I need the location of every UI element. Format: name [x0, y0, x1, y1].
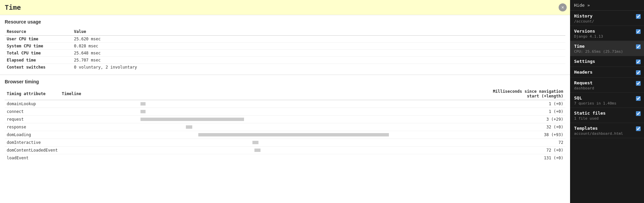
- timing-attribute: domInteractive: [5, 139, 60, 147]
- sidebar-item-sub: account/dashboard.html: [574, 131, 640, 136]
- col-ms: Milliseconds since navigation start (+le…: [478, 88, 565, 100]
- sidebar-item-time[interactable]: Time CPU: 25.65ms (25.71ms): [570, 41, 644, 56]
- sidebar-item-checkbox[interactable]: [636, 126, 641, 131]
- sidebar-item-sub: 7 queries in 1.40ms: [574, 101, 640, 106]
- table-row: loadEvent 131 (+0): [5, 154, 565, 162]
- col-attribute: Timing attribute: [5, 88, 60, 100]
- sidebar-item-title: Time: [574, 44, 640, 49]
- sidebar-item-checkbox[interactable]: [636, 96, 641, 101]
- timing-bar-cell: [60, 154, 478, 162]
- timing-ms: 131 (+0): [478, 154, 565, 162]
- sidebar-item-checkbox[interactable]: [636, 81, 641, 86]
- sidebar: Hide » History /account/ Versions Django…: [570, 0, 644, 203]
- timing-bar-cell: [60, 123, 478, 131]
- resource-usage-title: Resource usage: [5, 19, 565, 25]
- timing-ms: 38 (+93): [478, 131, 565, 139]
- sidebar-item-title: History: [574, 13, 640, 18]
- timing-attribute: domLoading: [5, 131, 60, 139]
- table-row: Total CPU time 25.648 msec: [5, 50, 565, 57]
- col-value: Value: [72, 28, 565, 36]
- sidebar-item-title: Request: [574, 80, 640, 85]
- resource-usage-section: Resource usage Resource Value User CPU t…: [0, 15, 570, 75]
- table-row: domainLookup 1 (+0): [5, 100, 565, 108]
- table-row: Elapsed time 25.707 msec: [5, 57, 565, 64]
- sidebar-item-title: Templates: [574, 126, 640, 131]
- main-panel: Time × Resource usage Resource Value Use…: [0, 0, 570, 203]
- timing-ms: 3 (+29): [478, 116, 565, 123]
- sidebar-item-checkbox[interactable]: [636, 70, 641, 75]
- sidebar-item-title: Versions: [574, 29, 640, 34]
- sidebar-item-checkbox[interactable]: [636, 111, 641, 116]
- sidebar-item-static-files[interactable]: Static files 1 file used: [570, 108, 644, 123]
- timing-bar-cell: [60, 131, 478, 139]
- timing-ms: 32 (+0): [478, 123, 565, 131]
- sidebar-item-request[interactable]: Request dashboard: [570, 78, 644, 93]
- sidebar-item-checkbox[interactable]: [636, 14, 641, 19]
- timing-ms: 72 (+0): [478, 147, 565, 154]
- sidebar-item-title: Headers: [574, 70, 640, 75]
- timing-attribute: domainLookup: [5, 100, 60, 108]
- sidebar-item-settings[interactable]: Settings: [570, 56, 644, 67]
- browser-timing-title: Browser timing: [5, 79, 565, 84]
- resource-label: Total CPU time: [5, 50, 72, 57]
- timing-attribute: loadEvent: [5, 154, 60, 162]
- sidebar-item-templates[interactable]: Templates account/dashboard.html: [570, 123, 644, 138]
- sidebar-item-headers[interactable]: Headers: [570, 67, 644, 78]
- sidebar-item-title: SQL: [574, 95, 640, 100]
- table-row: response 32 (+0): [5, 123, 565, 131]
- hide-button[interactable]: Hide »: [570, 0, 644, 11]
- table-row: User CPU time 25.620 msec: [5, 36, 565, 43]
- timing-ms: 1 (+0): [478, 100, 565, 108]
- sidebar-item-checkbox[interactable]: [636, 29, 641, 34]
- resource-value: 25.648 msec: [72, 50, 565, 57]
- sidebar-item-sub: CPU: 25.65ms (25.71ms): [574, 49, 640, 54]
- timing-ms: 1 (+0): [478, 108, 565, 116]
- resource-value: 0 voluntary, 2 involuntary: [72, 64, 565, 71]
- timing-table: Timing attribute Timeline Milliseconds s…: [5, 88, 565, 162]
- resource-value: 25.707 msec: [72, 57, 565, 64]
- sidebar-item-checkbox[interactable]: [636, 59, 641, 64]
- sidebar-item-sub: Django 4.1.13: [574, 34, 640, 39]
- timing-attribute: response: [5, 123, 60, 131]
- sidebar-item-title: Static files: [574, 111, 640, 116]
- table-row: domInteractive 72: [5, 139, 565, 147]
- sidebar-item-versions[interactable]: Versions Django 4.1.13: [570, 26, 644, 41]
- sidebar-item-sub: 1 file used: [574, 116, 640, 121]
- timing-attribute: domContentLoadedEvent: [5, 147, 60, 154]
- timing-bar-cell: [60, 147, 478, 154]
- timing-bar-cell: [60, 116, 478, 123]
- close-button[interactable]: ×: [559, 3, 567, 11]
- resource-label: User CPU time: [5, 36, 72, 43]
- sidebar-item-title: Settings: [574, 59, 640, 64]
- col-resource: Resource: [5, 28, 72, 36]
- resource-value: 25.620 msec: [72, 36, 565, 43]
- panel-title-bar: Time ×: [0, 0, 570, 15]
- resource-table: Resource Value User CPU time 25.620 msec…: [5, 28, 565, 71]
- table-row: Context switches 0 voluntary, 2 involunt…: [5, 64, 565, 71]
- sidebar-item-sub: /account/: [574, 19, 640, 24]
- table-row: System CPU time 0.028 msec: [5, 43, 565, 50]
- table-row: domLoading 38 (+93): [5, 131, 565, 139]
- timing-ms: 72: [478, 139, 565, 147]
- timing-attribute: request: [5, 116, 60, 123]
- sidebar-item-checkbox[interactable]: [636, 44, 641, 49]
- table-row: domContentLoadedEvent 72 (+0): [5, 147, 565, 154]
- resource-value: 0.028 msec: [72, 43, 565, 50]
- sidebar-item-history[interactable]: History /account/: [570, 11, 644, 26]
- timing-bar-cell: [60, 100, 478, 108]
- sidebar-item-sub: dashboard: [574, 86, 640, 90]
- sidebar-item-sql[interactable]: SQL 7 queries in 1.40ms: [570, 93, 644, 108]
- timing-bar-cell: [60, 108, 478, 116]
- timing-attribute: connect: [5, 108, 60, 116]
- browser-timing-section: Browser timing Timing attribute Timeline…: [0, 75, 570, 166]
- panel-title: Time: [5, 3, 21, 11]
- table-row: request 3 (+29): [5, 116, 565, 123]
- resource-label: Elapsed time: [5, 57, 72, 64]
- col-timeline: Timeline: [60, 88, 478, 100]
- timing-bar-cell: [60, 139, 478, 147]
- resource-label: Context switches: [5, 64, 72, 71]
- resource-label: System CPU time: [5, 43, 72, 50]
- table-row: connect 1 (+0): [5, 108, 565, 116]
